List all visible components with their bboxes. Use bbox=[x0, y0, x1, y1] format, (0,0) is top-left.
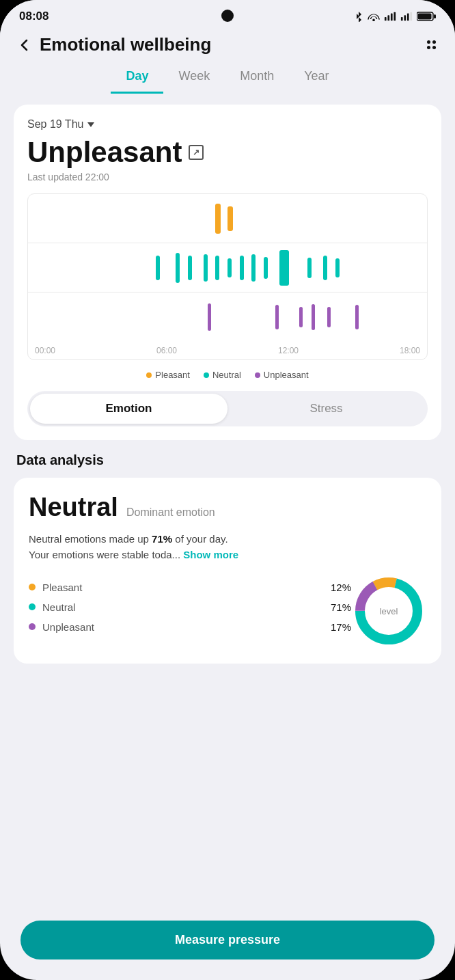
tab-month[interactable]: Month bbox=[225, 64, 289, 94]
camera-notch bbox=[221, 10, 234, 22]
stat-pleasant: Pleasant 12% bbox=[29, 582, 351, 593]
chart-row-unpleasant bbox=[28, 292, 427, 342]
stat-label-pleasant: Pleasant bbox=[42, 582, 324, 593]
measure-pressure-button[interactable]: Measure pressure bbox=[20, 921, 435, 959]
bar-teal-2 bbox=[176, 253, 180, 283]
svg-rect-10 bbox=[418, 14, 432, 20]
analysis-text-1: Neutral emotions made up bbox=[29, 533, 152, 545]
analysis-bold: 71% bbox=[152, 533, 172, 545]
tab-year[interactable]: Year bbox=[289, 64, 344, 94]
bar-orange-2 bbox=[228, 206, 233, 231]
bluetooth-icon bbox=[354, 11, 363, 22]
legend-label-pleasant: Pleasant bbox=[155, 370, 190, 380]
stat-pct-pleasant: 12% bbox=[331, 582, 351, 593]
chart-row-neutral bbox=[28, 243, 427, 292]
battery-icon bbox=[417, 12, 436, 21]
toggle-emotion[interactable]: Emotion bbox=[30, 394, 228, 424]
time-label-3: 18:00 bbox=[400, 346, 420, 355]
dominant-label: Dominant emotion bbox=[126, 506, 215, 519]
bar-purple-1 bbox=[208, 303, 211, 331]
bar-teal-8 bbox=[251, 254, 256, 282]
section-title-analysis: Data analysis bbox=[14, 452, 441, 468]
svg-rect-1 bbox=[387, 15, 389, 21]
svg-rect-0 bbox=[385, 17, 387, 21]
legend-pleasant: Pleasant bbox=[146, 370, 190, 380]
analysis-text: Neutral emotions made up 71% of your day… bbox=[29, 532, 426, 562]
bar-teal-9 bbox=[264, 257, 268, 279]
chart-inner-unpleasant bbox=[28, 292, 427, 342]
wifi-icon bbox=[368, 12, 380, 21]
svg-rect-3 bbox=[394, 12, 396, 21]
chart-inner-neutral bbox=[28, 243, 427, 292]
mood-title: Unpleasant bbox=[27, 136, 428, 169]
time-label-1: 06:00 bbox=[156, 346, 177, 355]
bar-teal-11 bbox=[323, 256, 327, 280]
stat-pct-neutral: 71% bbox=[331, 601, 351, 613]
date-text: Sep 19 Thu bbox=[27, 118, 83, 131]
last-updated: Last updated 22:00 bbox=[27, 172, 428, 182]
bar-purple-2 bbox=[275, 305, 279, 329]
analysis-text-2: of your day. bbox=[172, 533, 228, 545]
bar-purple-6 bbox=[355, 305, 359, 329]
bar-teal-3 bbox=[188, 256, 192, 280]
legend-unpleasant: Unpleasant bbox=[255, 370, 309, 380]
edit-icon[interactable] bbox=[189, 145, 204, 160]
main-content: Sep 19 Thu Unpleasant Last updated 22:00 bbox=[0, 94, 455, 980]
signal2-icon bbox=[400, 12, 413, 21]
status-icons bbox=[354, 11, 436, 22]
back-arrow-icon bbox=[16, 37, 33, 53]
svg-rect-5 bbox=[404, 15, 406, 21]
legend-dot-neutral bbox=[204, 372, 209, 378]
phone-frame: 08:08 bbox=[0, 0, 455, 980]
svg-rect-7 bbox=[410, 12, 412, 21]
stat-neutral: Neutral 71% bbox=[29, 601, 351, 613]
tab-week[interactable]: Week bbox=[163, 64, 225, 94]
tab-day[interactable]: Day bbox=[111, 64, 163, 94]
bar-teal-10 bbox=[307, 258, 312, 278]
bar-purple-3 bbox=[299, 307, 303, 327]
svg-rect-9 bbox=[434, 14, 436, 18]
more-dots bbox=[427, 40, 436, 49]
analysis-text-3: Your emotions were stable toda... bbox=[29, 549, 180, 560]
stat-dot-pleasant bbox=[29, 584, 36, 590]
stat-dot-unpleasant bbox=[29, 623, 36, 630]
bar-teal-12 bbox=[335, 258, 340, 277]
donut-center-label: level bbox=[380, 606, 398, 616]
signal-icon bbox=[384, 12, 396, 21]
more-menu-button[interactable] bbox=[424, 38, 439, 52]
back-button[interactable] bbox=[16, 37, 33, 53]
stat-label-neutral: Neutral bbox=[42, 601, 324, 613]
toggle-stress[interactable]: Stress bbox=[228, 394, 425, 424]
date-row[interactable]: Sep 19 Thu bbox=[27, 118, 428, 131]
analysis-card: Neutral Dominant emotion Neutral emotion… bbox=[14, 478, 441, 664]
stats-donut-row: Pleasant 12% Neutral 71% Unpleasant 17% bbox=[29, 573, 426, 649]
chart-row-pleasant bbox=[28, 194, 427, 243]
date-caret-icon bbox=[87, 122, 94, 127]
dominant-row: Neutral Dominant emotion bbox=[29, 493, 426, 522]
day-card: Sep 19 Thu Unpleasant Last updated 22:00 bbox=[14, 105, 441, 440]
mood-label: Unpleasant bbox=[27, 136, 182, 169]
stat-label-unpleasant: Unpleasant bbox=[42, 621, 324, 633]
status-bar: 08:08 bbox=[0, 0, 455, 27]
legend-neutral: Neutral bbox=[204, 370, 241, 380]
status-time: 08:08 bbox=[19, 10, 49, 23]
legend-dot-pleasant bbox=[146, 372, 152, 378]
bar-teal-6 bbox=[228, 258, 232, 277]
time-label-2: 12:00 bbox=[278, 346, 299, 355]
legend-dot-unpleasant bbox=[255, 372, 260, 378]
bar-teal-1 bbox=[156, 256, 160, 280]
bar-teal-big bbox=[279, 250, 289, 286]
legend-label-neutral: Neutral bbox=[212, 370, 241, 380]
bar-teal-5 bbox=[215, 256, 219, 280]
bar-teal-7 bbox=[240, 256, 244, 280]
tab-bar: Day Week Month Year bbox=[0, 61, 455, 94]
legend-label-unpleasant: Unpleasant bbox=[264, 370, 309, 380]
toggle-group: Emotion Stress bbox=[27, 391, 428, 426]
svg-rect-6 bbox=[407, 14, 409, 21]
bar-teal-4 bbox=[204, 254, 208, 282]
stat-pct-unpleasant: 17% bbox=[331, 621, 351, 633]
page-title: Emotional wellbeing bbox=[40, 34, 424, 55]
svg-rect-4 bbox=[401, 17, 403, 21]
dominant-mood: Neutral bbox=[29, 493, 118, 522]
show-more-button[interactable]: Show more bbox=[183, 549, 238, 560]
